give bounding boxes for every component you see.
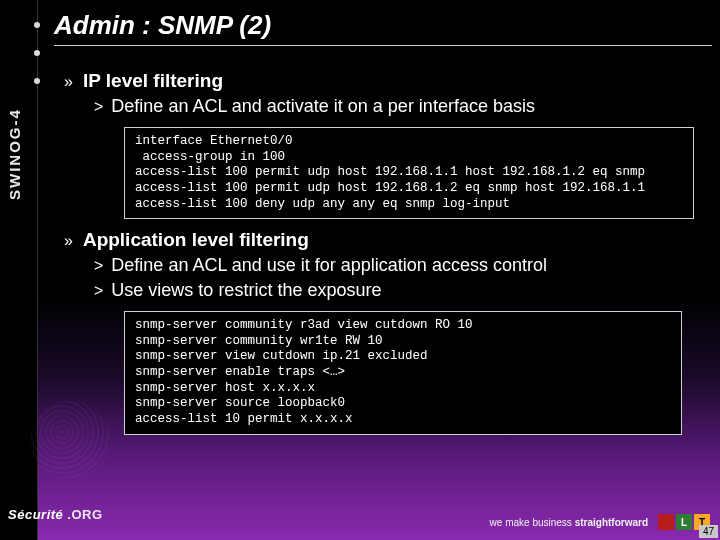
tile-icon: L (676, 514, 692, 530)
code-block: interface Ethernet0/0 access-group in 10… (124, 127, 694, 219)
page-title: Admin : SNMP (2) (54, 10, 720, 41)
strap-bold: straightforward (575, 517, 648, 528)
decor-dot (34, 50, 40, 56)
decor-dot (34, 78, 40, 84)
section-heading: » IP level filtering (64, 70, 702, 92)
logo-text-right: .ORG (67, 507, 102, 522)
angle-right-icon: > (94, 257, 103, 275)
tile-icon (658, 514, 674, 530)
footer-logo: Sécurité.ORG (8, 507, 103, 522)
section-title: Application level filtering (83, 229, 309, 251)
footer-right: we make business straightforward L T (490, 514, 710, 530)
strap-plain: we make business (490, 517, 575, 528)
decor-dot (34, 22, 40, 28)
footer-strapline: we make business straightforward (490, 517, 648, 528)
content: » IP level filtering > Define an ACL and… (48, 46, 720, 435)
bullet-text: Define an ACL and use it for application… (111, 255, 547, 276)
section-heading: » Application level filtering (64, 229, 702, 251)
conference-label: SWINOG-4 (6, 108, 23, 200)
logo-text-left: Sécurité (8, 507, 63, 522)
section-title: IP level filtering (83, 70, 223, 92)
chevron-right-icon: » (64, 73, 73, 91)
page-number: 47 (699, 525, 718, 538)
section-bullet: > Use views to restrict the exposure (94, 280, 702, 301)
section-bullet: > Define an ACL and activate it on a per… (94, 96, 702, 117)
code-block: snmp-server community r3ad view cutdown … (124, 311, 682, 434)
bullet-text: Use views to restrict the exposure (111, 280, 381, 301)
fingerprint-icon (30, 400, 110, 480)
angle-right-icon: > (94, 282, 103, 300)
left-rail: SWINOG-4 (0, 0, 38, 540)
angle-right-icon: > (94, 98, 103, 116)
title-row: Admin : SNMP (2) (48, 0, 720, 41)
bullet-text: Define an ACL and activate it on a per i… (111, 96, 535, 117)
slide-body: Admin : SNMP (2) » IP level filtering > … (48, 0, 720, 540)
section-bullet: > Define an ACL and use it for applicati… (94, 255, 702, 276)
chevron-right-icon: » (64, 232, 73, 250)
